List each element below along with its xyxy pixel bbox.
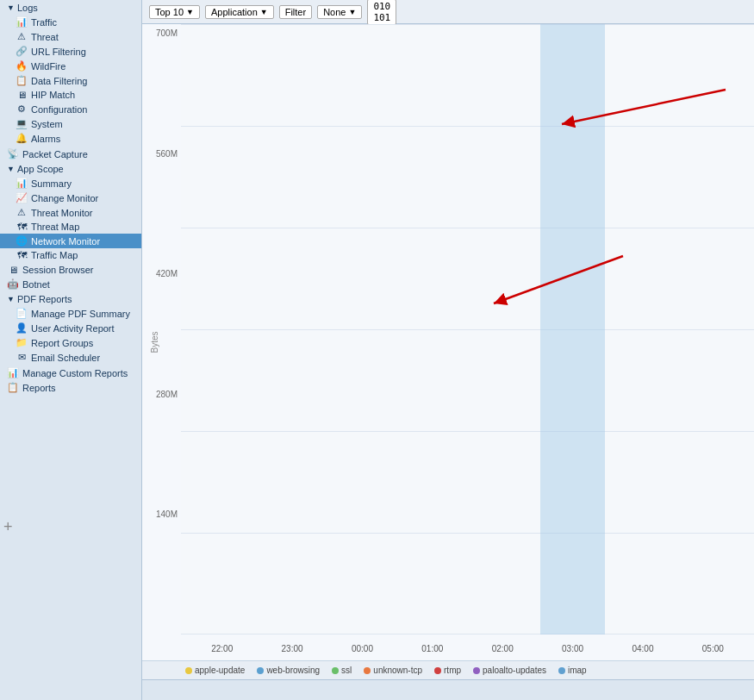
- sidebar-group-pdf-reports[interactable]: ▼ PDF Reports: [0, 291, 141, 306]
- sidebar-item-threat[interactable]: ⚠ Threat: [0, 29, 141, 44]
- sidebar-item-label: WildFire: [31, 61, 65, 72]
- code-control[interactable]: 010101: [367, 0, 396, 25]
- network-monitor-icon: 🌐: [16, 235, 28, 247]
- bar-group-05:00[interactable]: [681, 24, 745, 634]
- bar-group-01:00[interactable]: [400, 24, 464, 634]
- legend-label-paloalto-updates: paloalto-updates: [483, 666, 546, 675]
- sidebar-item-packet-capture[interactable]: 📡 Packet Capture: [0, 147, 141, 161]
- sidebar-item-label: Packet Capture: [22, 149, 88, 159]
- sidebar-item-url-filtering[interactable]: 🔗 URL Filtering: [0, 44, 141, 59]
- sidebar-item-user-activity-report[interactable]: 👤 User Activity Report: [0, 321, 141, 335]
- x-label-02:00: 02:00: [470, 644, 535, 653]
- sidebar-item-change-monitor[interactable]: 📈 Change Monitor: [0, 191, 141, 205]
- email-scheduler-icon: ✉: [16, 352, 28, 363]
- app-scope-label: App Scope: [17, 164, 64, 174]
- app-scope-expand-arrow: ▼: [7, 165, 15, 173]
- sidebar-item-session-browser[interactable]: 🖥 Session Browser: [0, 263, 141, 277]
- hip-match-icon: 🖥: [16, 90, 28, 100]
- chart-canvas: 700M 560M 420M 280M 140M Bytes: [142, 24, 754, 660]
- sidebar-item-report-groups[interactable]: 📁 Report Groups: [0, 335, 141, 350]
- x-label-23:00: 23:00: [259, 644, 324, 653]
- y-label-560m: 560M: [142, 149, 181, 159]
- sidebar-item-summary[interactable]: 📊 Summary: [0, 176, 141, 191]
- none-arrow: ▼: [348, 8, 356, 16]
- sidebar-item-hip-match[interactable]: 🖥 HIP Match: [0, 88, 141, 102]
- bar-group-23:00[interactable]: [259, 24, 324, 634]
- sidebar-item-reports[interactable]: 📋 Reports: [0, 380, 141, 395]
- botnet-icon: 🤖: [7, 278, 19, 290]
- application-control[interactable]: Application ▼: [205, 5, 274, 19]
- y-axis-bytes-label: Bytes: [150, 331, 159, 353]
- sidebar-item-threat-map[interactable]: 🗺 Threat Map: [0, 220, 141, 234]
- sidebar-item-traffic[interactable]: 📊 Traffic: [0, 15, 141, 29]
- sidebar-item-manage-pdf-summary[interactable]: 📄 Manage PDF Summary: [0, 306, 141, 321]
- sidebar-item-label: Traffic: [31, 17, 57, 28]
- chart-area: 700M 560M 420M 280M 140M Bytes: [142, 24, 754, 679]
- sidebar-item-alarms[interactable]: 🔔 Alarms: [0, 131, 141, 146]
- bar-group-22:00[interactable]: [190, 24, 254, 634]
- sidebar-item-label: Manage PDF Summary: [31, 309, 130, 319]
- sidebar-item-configuration[interactable]: ⚙ Configuration: [0, 102, 141, 116]
- threat-map-icon: 🗺: [16, 222, 28, 232]
- sidebar-item-label: Email Scheduler: [31, 353, 100, 363]
- sidebar-item-network-monitor[interactable]: 🌐 Network Monitor: [0, 234, 141, 248]
- sidebar-section-logs: ▼ Logs 📊 Traffic ⚠ Threat 🔗 URL Filterin…: [0, 0, 141, 146]
- legend-item-apple-update: apple-update: [185, 666, 245, 675]
- sidebar-item-label: URL Filtering: [31, 47, 86, 57]
- legend-dot-web-browsing: [257, 667, 264, 674]
- manage-pdf-icon: 📄: [16, 308, 28, 319]
- code-icon: 010101: [373, 1, 390, 23]
- threat-monitor-icon: ⚠: [16, 207, 28, 218]
- change-monitor-icon: 📈: [16, 192, 28, 203]
- none-control[interactable]: None ▼: [317, 5, 362, 19]
- sidebar-item-label: Manage Custom Reports: [22, 368, 128, 378]
- legend: apple-updateweb-browsingsslunknown-tcprt…: [142, 660, 754, 679]
- bars-container: [181, 24, 754, 634]
- sidebar-item-label: Summary: [31, 178, 72, 189]
- none-label: None: [323, 7, 346, 17]
- filter-control[interactable]: Filter: [279, 5, 312, 19]
- sidebar-item-label: Network Monitor: [31, 236, 100, 247]
- sidebar-item-traffic-map[interactable]: 🗺 Traffic Map: [0, 248, 141, 262]
- sidebar-item-email-scheduler[interactable]: ✉ Email Scheduler: [0, 350, 141, 365]
- add-button[interactable]: +: [3, 518, 13, 536]
- sidebar-section-app-scope: ▼ App Scope 📊 Summary 📈 Change Monitor ⚠…: [0, 161, 141, 262]
- bar-group-00:00[interactable]: [330, 24, 395, 634]
- bar-group-02:00[interactable]: [470, 24, 535, 634]
- sidebar-group-app-scope[interactable]: ▼ App Scope: [0, 161, 141, 176]
- configuration-icon: ⚙: [16, 103, 28, 115]
- chart-plot: [181, 24, 754, 634]
- y-axis: 700M 560M 420M 280M 140M: [142, 24, 181, 634]
- sidebar-item-label: System: [31, 119, 63, 129]
- bar-group-04:00[interactable]: [610, 24, 675, 634]
- session-browser-icon: 🖥: [7, 265, 19, 275]
- y-label-280m: 280M: [142, 390, 181, 399]
- legend-label-rtmp: rtmp: [444, 666, 461, 675]
- summary-icon: 📊: [16, 178, 28, 189]
- sidebar-group-logs[interactable]: ▼ Logs: [0, 0, 141, 15]
- sidebar-item-system[interactable]: 💻 System: [0, 116, 141, 131]
- pdf-reports-expand-arrow: ▼: [7, 295, 15, 303]
- sidebar-item-botnet[interactable]: 🤖 Botnet: [0, 277, 141, 291]
- bottom-bar: [142, 679, 754, 700]
- x-axis: 22:0023:0000:0001:0002:0003:0004:0005:00: [181, 636, 754, 660]
- sidebar-item-label: Threat Monitor: [31, 208, 93, 218]
- highlight-bar: [540, 24, 605, 634]
- legend-dot-paloalto-updates: [473, 667, 480, 674]
- legend-item-unknown-tcp: unknown-tcp: [364, 666, 422, 675]
- logs-label: Logs: [17, 3, 38, 13]
- sidebar-item-label: HIP Match: [31, 90, 75, 100]
- sidebar-item-threat-monitor[interactable]: ⚠ Threat Monitor: [0, 205, 141, 220]
- sidebar-item-manage-custom-reports[interactable]: 📊 Manage Custom Reports: [0, 366, 141, 380]
- traffic-icon: 📊: [16, 16, 28, 28]
- legend-item-rtmp: rtmp: [434, 666, 461, 675]
- reports-icon: 📋: [7, 382, 19, 393]
- top10-arrow: ▼: [186, 8, 194, 16]
- legend-label-imap: imap: [568, 666, 587, 675]
- sidebar-item-label: Threat Map: [31, 222, 79, 232]
- top10-control[interactable]: Top 10 ▼: [149, 5, 200, 19]
- user-activity-icon: 👤: [16, 322, 28, 334]
- sidebar-item-data-filtering[interactable]: 📋 Data Filtering: [0, 73, 141, 88]
- x-label-01:00: 01:00: [400, 644, 464, 653]
- sidebar-item-wildfire[interactable]: 🔥 WildFire: [0, 59, 141, 73]
